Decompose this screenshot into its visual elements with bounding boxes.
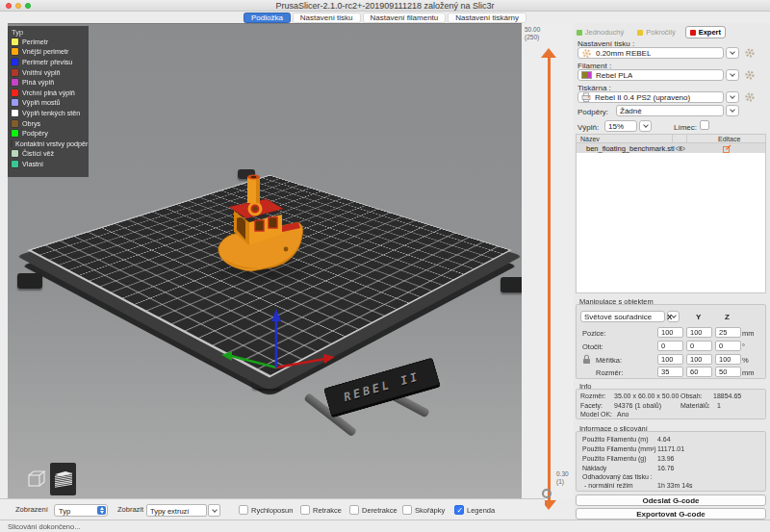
status-text: Slicování dokončeno... xyxy=(8,522,80,531)
rotate-x-input[interactable]: 0 xyxy=(657,341,683,351)
legend-checkbox[interactable] xyxy=(454,505,464,515)
brim-checkbox[interactable] xyxy=(700,120,709,130)
size-y-input[interactable]: 60 xyxy=(686,367,712,377)
legend-swatch xyxy=(12,48,18,55)
legend-swatch xyxy=(12,79,18,86)
feature-legend: Typ Perimetr Vnější perimetr Perimetr př… xyxy=(8,26,89,177)
view-type-select[interactable]: Typ xyxy=(54,504,108,517)
rotate-z-input[interactable]: 0 xyxy=(715,341,741,351)
legend-swatch xyxy=(12,69,18,76)
tab-plater[interactable]: Podložka xyxy=(244,13,291,23)
mode-simple-button[interactable]: Jednoduchý xyxy=(573,27,628,38)
print-settings-select[interactable]: 0.20mm REBEL xyxy=(578,47,724,59)
eye-icon[interactable] xyxy=(675,145,686,152)
size-x-input[interactable]: 35 xyxy=(657,367,683,377)
viewport-3d[interactable]: REBEL II xyxy=(8,23,522,498)
legend-swatch xyxy=(12,161,18,167)
name-column-header: Název xyxy=(580,136,600,142)
infill-select[interactable]: 15% xyxy=(604,120,637,132)
scale-x-input[interactable]: 100 xyxy=(657,354,683,365)
printer-gear-button[interactable] xyxy=(743,90,756,103)
scale-z-input[interactable]: 100 xyxy=(715,354,741,365)
model-benchy[interactable] xyxy=(205,170,306,278)
filament-gear-button[interactable] xyxy=(743,68,756,81)
print-settings-gear-button[interactable] xyxy=(743,46,756,59)
supports-label: Podpěry: xyxy=(578,108,608,116)
bottom-toolbar: Zobrazení Typ Zobrazit Typy extruzí Rych… xyxy=(0,498,545,519)
legend-swatch xyxy=(12,120,18,127)
position-z-input[interactable]: 25 xyxy=(715,327,741,338)
axis-z-header: Z xyxy=(725,313,730,321)
scale-label: Měřítka: xyxy=(596,356,622,367)
show-filter-input[interactable]: Typy extruzí xyxy=(146,504,207,517)
legend-swatch xyxy=(12,110,18,116)
legend-item: Vlastní xyxy=(12,159,85,169)
slider-bottom-layer: (1) xyxy=(556,478,564,485)
chevron-down-icon xyxy=(643,122,649,128)
legend-item: Kontaktní vrstvy podpěr xyxy=(12,139,85,149)
chevron-down-icon xyxy=(730,93,735,99)
legend-swatch xyxy=(12,59,18,65)
slider-top-value: 50.00 xyxy=(525,26,540,33)
position-x-input[interactable]: 100 xyxy=(657,327,683,338)
tab-filament-settings[interactable]: Nastavení filamentu xyxy=(363,13,447,23)
position-y-input[interactable]: 100 xyxy=(686,327,712,338)
view-select-label: Zobrazení xyxy=(15,505,48,514)
legend-item: Čistící věž xyxy=(12,149,85,160)
title-bar: PrusaSlicer-2.1.0-rc2+-201909111218 zalo… xyxy=(0,0,770,12)
slider-track[interactable] xyxy=(548,58,551,500)
print-time-header: Odhadovaný čas tisku : xyxy=(582,473,653,480)
slider-upper-handle[interactable] xyxy=(541,48,556,58)
legend-swatch xyxy=(12,38,18,45)
filament-dropdown-button[interactable] xyxy=(726,69,739,81)
axis-y-header: Y xyxy=(696,313,701,321)
object-list-header: Název Editace xyxy=(576,134,766,142)
printer-dropdown-button[interactable] xyxy=(726,91,739,103)
tab-printer-settings[interactable]: Nastavení tiskárny xyxy=(448,13,526,23)
chevron-down-icon xyxy=(212,507,218,513)
send-gcode-button[interactable]: Odeslat G-code xyxy=(576,494,766,506)
legend-item: Vrchní plná výplň xyxy=(12,88,85,98)
main-tab-bar: Podložka Nastavení tisku Nastavení filam… xyxy=(0,12,770,23)
gear-icon xyxy=(581,48,592,59)
legend-item: Obrys xyxy=(12,118,85,129)
info-panel: Rozměr: 35.00 x 60.00 x 50.00 Obsah: 188… xyxy=(576,389,766,419)
edit-icon[interactable] xyxy=(723,144,732,153)
show-filter-dropdown-button[interactable] xyxy=(208,504,220,517)
infill-label: Výplň: xyxy=(578,123,599,132)
legend-item: Perimetr xyxy=(12,37,85,47)
rotate-y-input[interactable]: 0 xyxy=(686,341,712,351)
travel-checkbox[interactable] xyxy=(239,505,248,515)
shells-checkbox[interactable] xyxy=(402,505,412,515)
retractions-checkbox[interactable] xyxy=(300,505,310,515)
unretractions-checkbox[interactable] xyxy=(349,505,359,515)
view-3d-button[interactable] xyxy=(23,463,49,495)
layer-slider: 50.00 (250) 0.30 (1) xyxy=(522,23,574,498)
filament-select[interactable]: Rebel PLA xyxy=(578,69,724,81)
mode-expert-button[interactable]: Expert xyxy=(685,26,726,38)
slider-top-layer: (250) xyxy=(525,34,539,40)
supports-select[interactable]: Žádné xyxy=(616,105,724,116)
object-list-row[interactable]: ben_floating_benchmark.stl xyxy=(577,143,765,153)
chevron-down-icon xyxy=(730,107,735,113)
legend-item: Vnitřní výplň xyxy=(12,67,85,78)
cube-icon xyxy=(26,469,47,490)
export-gcode-button[interactable]: Exportovat G-code xyxy=(576,508,766,519)
scale-y-input[interactable]: 100 xyxy=(686,354,712,365)
infill-dropdown-button[interactable] xyxy=(639,120,652,132)
size-z-input[interactable]: 50 xyxy=(715,367,741,377)
object-list: ben_floating_benchmark.stl xyxy=(576,142,766,293)
tab-print-settings[interactable]: Nastavení tisku xyxy=(293,13,361,23)
print-settings-dropdown-button[interactable] xyxy=(726,47,739,59)
slider-reset-button[interactable] xyxy=(542,489,552,498)
view-layers-button[interactable] xyxy=(50,463,76,495)
window-title: PrusaSlicer-2.1.0-rc2+-201909111218 zalo… xyxy=(0,1,770,11)
printer-select[interactable]: Rebel II 0.4 PS2 (upraveno) xyxy=(578,91,724,103)
supports-dropdown-button[interactable] xyxy=(726,105,739,116)
filament-color-swatch xyxy=(581,71,592,79)
legend-swatch xyxy=(12,150,18,157)
lock-icon[interactable] xyxy=(582,354,591,365)
mode-advanced-button[interactable]: Pokročilý xyxy=(633,27,679,38)
coord-system-select[interactable]: Světové souřadnice xyxy=(580,311,665,322)
view-mode-buttons xyxy=(23,463,76,495)
